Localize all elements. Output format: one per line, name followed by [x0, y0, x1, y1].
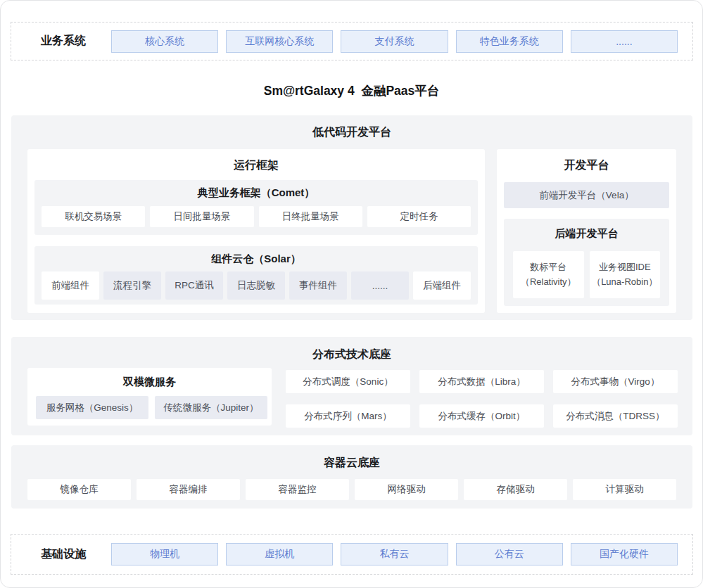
backend-dev-item: 数标平台 （Relativity）: [513, 251, 584, 298]
backend-dev-panel: 后端开发平台 数标平台 （Relativity） 业务视图IDE （Luna-R…: [504, 219, 669, 306]
dual-mode-items-row: 服务网格（Genesis） 传统微服务（Jupiter）: [36, 396, 267, 419]
solar-item: RPC通讯: [165, 271, 223, 300]
comet-item: 日间批量场景: [150, 206, 253, 227]
distributed-tech-title: 分布式技术底座: [11, 337, 692, 362]
solar-backend-item: 后端组件: [413, 271, 471, 300]
comet-framework-panel: 典型业务框架（Comet） 联机交易场景 日间批量场景 日终批量场景 定时任务: [34, 180, 478, 235]
backend-dev-item-line2: （Relativity）: [521, 275, 576, 289]
dev-platform-title: 开发平台: [497, 149, 676, 173]
business-system-chip: 特色业务系统: [456, 30, 563, 53]
solar-component-title: 组件云仓（Solar）: [34, 246, 478, 266]
comet-item: 联机交易场景: [42, 206, 145, 227]
container-cloud-item: 存储驱动: [464, 479, 567, 500]
backend-dev-title: 后端开发平台: [504, 219, 669, 241]
infrastructure-row: 基础设施 物理机 虚拟机 私有云 公有云 国产化硬件: [11, 534, 693, 575]
dual-mode-item: 传统微服务（Jupiter）: [155, 396, 267, 419]
container-cloud-item: 容器编排: [137, 479, 240, 500]
container-cloud-item: 镜像仓库: [27, 479, 131, 500]
backend-dev-items-row: 数标平台 （Relativity） 业务视图IDE （Luna-Robin）: [513, 251, 660, 298]
container-cloud-item: 网络驱动: [355, 479, 458, 500]
lowcode-platform-section: 低代码开发平台 运行框架 典型业务框架（Comet） 联机交易场景 日间批量场景…: [11, 115, 692, 320]
distributed-service-item: 分布式调度（Sonic）: [286, 370, 410, 393]
comet-items-row: 联机交易场景 日间批量场景 日终批量场景 定时任务: [42, 206, 471, 227]
business-systems-chips: 核心系统 互联网核心系统 支付系统 特色业务系统 ......: [111, 30, 678, 53]
container-cloud-items-row: 镜像仓库 容器编排 容器监控 网络驱动 存储驱动 计算驱动: [27, 479, 676, 500]
dual-mode-title: 双模微服务: [27, 368, 272, 389]
container-cloud-item: 容器监控: [246, 479, 349, 500]
business-system-chip: ......: [571, 30, 678, 53]
infrastructure-chip: 虚拟机: [226, 543, 333, 565]
business-system-chip: 核心系统: [111, 30, 218, 53]
infrastructure-label: 基础设施: [26, 547, 101, 562]
comet-item: 定时任务: [367, 206, 471, 227]
frontend-dev-platform-box: 前端开发平台（Vela）: [504, 182, 669, 208]
backend-dev-item-line1: 数标平台: [530, 260, 566, 274]
distributed-service-item: 分布式序列（Mars）: [286, 404, 410, 428]
solar-item: 日志脱敏: [227, 271, 285, 300]
distributed-service-item: 分布式消息（TDRSS）: [553, 404, 678, 428]
solar-item: 流程引擎: [103, 271, 161, 300]
container-cloud-item: 计算驱动: [573, 479, 676, 500]
solar-items-row: 前端组件 流程引擎 RPC通讯 日志脱敏 事件组件 ...... 后端组件: [42, 271, 471, 300]
business-system-chip: 互联网核心系统: [226, 30, 333, 53]
infrastructure-chip: 私有云: [341, 543, 448, 565]
solar-component-panel: 组件云仓（Solar） 前端组件 流程引擎 RPC通讯 日志脱敏 事件组件 ..…: [34, 246, 478, 305]
architecture-diagram: 业务系统 核心系统 互联网核心系统 支付系统 特色业务系统 ...... Sm@…: [0, 0, 703, 588]
dev-platform-card: 开发平台 前端开发平台（Vela） 后端开发平台 数标平台 （Relativit…: [497, 149, 676, 313]
lowcode-platform-title: 低代码开发平台: [11, 115, 692, 140]
business-systems-label: 业务系统: [26, 34, 101, 49]
dual-mode-item: 服务网格（Genesis）: [36, 396, 148, 419]
solar-item: 事件组件: [289, 271, 347, 300]
business-systems-row: 业务系统 核心系统 互联网核心系统 支付系统 特色业务系统 ......: [11, 22, 693, 60]
container-cloud-title: 容器云底座: [11, 445, 692, 471]
backend-dev-item-line2: （Luna-Robin）: [592, 275, 657, 289]
infrastructure-chips: 物理机 虚拟机 私有云 公有云 国产化硬件: [111, 543, 678, 565]
business-system-chip: 支付系统: [341, 30, 448, 53]
solar-frontend-item: 前端组件: [42, 271, 99, 300]
platform-title: Sm@rtGalaxy 4 金融Paas平台: [1, 82, 702, 99]
dual-mode-microservice-card: 双模微服务 服务网格（Genesis） 传统微服务（Jupiter）: [27, 368, 272, 426]
distributed-service-item: 分布式缓存（Orbit）: [419, 404, 544, 428]
backend-dev-item: 业务视图IDE （Luna-Robin）: [590, 251, 661, 298]
distributed-service-item: 分布式数据（Libra）: [419, 370, 544, 393]
distributed-tech-section: 分布式技术底座 双模微服务 服务网格（Genesis） 传统微服务（Jupite…: [11, 337, 692, 435]
backend-dev-item-line1: 业务视图IDE: [599, 260, 651, 274]
infrastructure-chip: 公有云: [456, 543, 563, 565]
distributed-service-item: 分布式事物（Virgo）: [553, 370, 678, 393]
infrastructure-chip: 国产化硬件: [571, 543, 678, 565]
comet-item: 日终批量场景: [259, 206, 362, 227]
solar-item: ......: [351, 271, 409, 300]
runtime-framework-title: 运行框架: [27, 149, 485, 173]
comet-framework-title: 典型业务框架（Comet）: [34, 180, 478, 200]
infrastructure-chip: 物理机: [111, 543, 218, 565]
distributed-services-grid: 分布式调度（Sonic） 分布式数据（Libra） 分布式事物（Virgo） 分…: [286, 370, 678, 428]
container-cloud-section: 容器云底座 镜像仓库 容器编排 容器监控 网络驱动 存储驱动 计算驱动: [11, 445, 692, 509]
runtime-framework-card: 运行框架 典型业务框架（Comet） 联机交易场景 日间批量场景 日终批量场景 …: [27, 149, 485, 313]
